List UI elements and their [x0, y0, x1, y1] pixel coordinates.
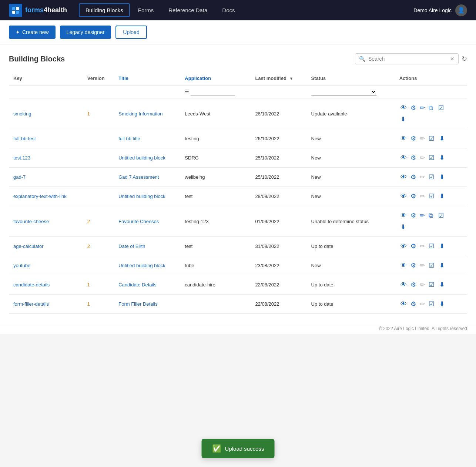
legacy-designer-button[interactable]: Legacy designer — [60, 26, 111, 39]
create-new-button[interactable]: ✦ Create new — [9, 26, 56, 39]
cell-version: 1 — [83, 98, 114, 129]
settings-button[interactable]: ⚙ — [409, 172, 417, 182]
toolbar: ✦ Create new Legacy designer Upload — [0, 20, 476, 44]
cell-application: Leeds-West — [180, 98, 251, 129]
settings-button[interactable]: ⚙ — [409, 153, 417, 163]
cell-version: 2 — [83, 237, 114, 256]
edit-button[interactable]: ✏ — [419, 280, 426, 290]
download-button[interactable]: ⬇ — [438, 261, 446, 271]
cell-last-modified: 25/10/2022 — [251, 168, 306, 187]
export-button[interactable]: ☑ — [428, 191, 435, 201]
cell-application: testing — [180, 129, 251, 148]
upload-button[interactable]: Upload — [115, 26, 147, 39]
edit-button[interactable]: ✏ — [419, 241, 426, 251]
cell-status: New — [307, 148, 395, 168]
view-button[interactable]: 👁 — [399, 172, 408, 182]
cell-title: Candidate Details — [114, 275, 180, 295]
export-button[interactable]: ☑ — [428, 153, 435, 163]
cell-last-modified: 28/09/2022 — [251, 187, 306, 206]
settings-button[interactable]: ⚙ — [409, 299, 417, 309]
application-filter-input[interactable] — [191, 88, 235, 95]
export-button[interactable]: ☑ — [428, 134, 435, 144]
view-button[interactable]: 👁 — [399, 299, 408, 309]
col-actions: Actions — [395, 72, 467, 85]
table-row: age-calculator 2 Date of Birth test 31/0… — [9, 237, 467, 256]
settings-button[interactable]: ⚙ — [409, 191, 417, 201]
download-button[interactable]: ⬇ — [438, 191, 446, 201]
copy-button[interactable]: ⧉ — [428, 103, 434, 113]
download-button[interactable]: ⬇ — [399, 114, 407, 124]
building-blocks-table: Key Version Title Application Last modif… — [9, 72, 467, 314]
edit-button[interactable]: ✏ — [419, 211, 426, 221]
download-button[interactable]: ⬇ — [438, 280, 446, 290]
view-button[interactable]: 👁 — [399, 261, 408, 271]
view-button[interactable]: 👁 — [399, 153, 408, 163]
clear-search-icon[interactable]: ✕ — [450, 56, 455, 62]
view-button[interactable]: 👁 — [399, 241, 408, 251]
search-icon: 🔍 — [359, 56, 365, 62]
copy-button[interactable]: ⧉ — [428, 211, 434, 221]
export-button[interactable]: ☑ — [428, 261, 435, 271]
cell-actions: 👁⚙✏☑⬇ — [395, 187, 467, 206]
edit-button[interactable]: ✏ — [419, 172, 426, 182]
cell-key: favourite-cheese — [9, 206, 83, 237]
table-row: form-filler-details 1 Form Filler Detail… — [9, 295, 467, 314]
nav-forms[interactable]: Forms — [131, 3, 161, 17]
logo-icon — [9, 4, 22, 17]
download-button[interactable]: ⬇ — [399, 222, 407, 232]
search-actions: 🔍 ✕ ↻ — [355, 53, 467, 64]
nav-reference-data[interactable]: Reference Data — [162, 3, 214, 17]
edit-button[interactable]: ✏ — [419, 103, 426, 113]
export-button[interactable]: ☑ — [428, 280, 435, 290]
import-button[interactable]: ☑ — [437, 211, 445, 221]
export-button[interactable]: ☑ — [428, 241, 435, 251]
cell-version: 2 — [83, 206, 114, 237]
view-button[interactable]: 👁 — [399, 191, 408, 201]
settings-button[interactable]: ⚙ — [409, 211, 417, 221]
cell-version — [83, 148, 114, 168]
export-button[interactable]: ☑ — [428, 172, 435, 182]
cell-application: SDRG — [180, 148, 251, 168]
avatar[interactable]: 👤 — [455, 4, 467, 16]
cell-title: Favourite Cheeses — [114, 206, 180, 237]
settings-button[interactable]: ⚙ — [409, 280, 417, 290]
view-button[interactable]: 👁 — [399, 103, 408, 113]
edit-button[interactable]: ✏ — [419, 134, 426, 144]
view-button[interactable]: 👁 — [399, 134, 408, 144]
import-button[interactable]: ☑ — [437, 103, 445, 113]
refresh-button[interactable]: ↻ — [462, 55, 467, 63]
cell-application: test — [180, 237, 251, 256]
edit-button[interactable]: ✏ — [419, 261, 426, 271]
nav-docs[interactable]: Docs — [215, 3, 241, 17]
main-content: Building Blocks 🔍 ✕ ↻ Key Version Title … — [0, 44, 476, 323]
edit-button[interactable]: ✏ — [419, 299, 426, 309]
nav-building-blocks[interactable]: Building Blocks — [79, 3, 130, 17]
cell-key: test.123 — [9, 148, 83, 168]
cell-application — [180, 295, 251, 314]
status-filter-select[interactable]: New Up to date Update available Unable t… — [311, 88, 376, 96]
cell-application: candidate-hire — [180, 275, 251, 295]
export-button[interactable]: ☑ — [428, 299, 435, 309]
settings-button[interactable]: ⚙ — [409, 241, 417, 251]
view-button[interactable]: 👁 — [399, 211, 408, 221]
col-last-modified[interactable]: Last modified ▼ — [251, 72, 306, 85]
download-button[interactable]: ⬇ — [438, 134, 446, 144]
search-bar: 🔍 ✕ — [355, 53, 459, 64]
edit-button[interactable]: ✏ — [419, 191, 426, 201]
cell-key: form-filler-details — [9, 295, 83, 314]
settings-button[interactable]: ⚙ — [409, 103, 417, 113]
cell-version — [83, 168, 114, 187]
table-row: explanatory-text-with-link Untitled buil… — [9, 187, 467, 206]
search-input[interactable] — [368, 56, 447, 62]
cell-title: Gad 7 Assessment — [114, 168, 180, 187]
download-button[interactable]: ⬇ — [438, 241, 446, 251]
view-button[interactable]: 👁 — [399, 280, 408, 290]
download-button[interactable]: ⬇ — [438, 299, 446, 309]
download-button[interactable]: ⬇ — [438, 153, 446, 163]
download-button[interactable]: ⬇ — [438, 172, 446, 182]
settings-button[interactable]: ⚙ — [409, 134, 417, 144]
edit-button[interactable]: ✏ — [419, 153, 426, 163]
settings-button[interactable]: ⚙ — [409, 261, 417, 271]
col-application: Application — [180, 72, 251, 85]
svg-rect-0 — [12, 7, 15, 10]
